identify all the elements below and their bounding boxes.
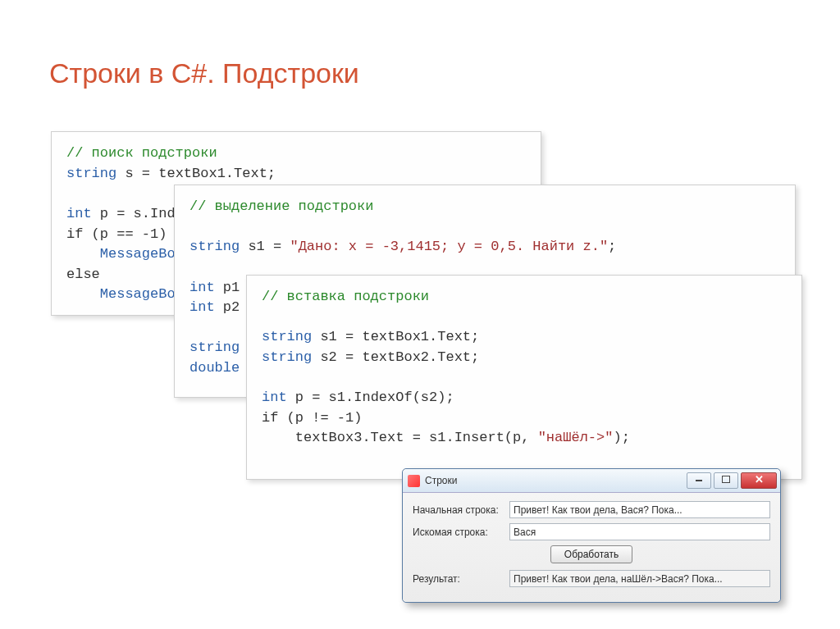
row-search: Искомая строка: xyxy=(413,523,770,540)
code-token: ; xyxy=(608,239,616,254)
code-token: p = s1.IndexOf(s2); xyxy=(287,390,454,405)
code-comment: // вставка подстроки xyxy=(262,289,429,304)
code-token: double xyxy=(189,360,240,376)
code-token xyxy=(66,246,100,262)
row-result: Результат: xyxy=(413,570,770,587)
code-token: int xyxy=(189,299,215,315)
code-comment: // выделение подстроки xyxy=(189,198,373,214)
dialog-window: Строки ✕ Начальная строка: Искомая строк… xyxy=(402,468,781,603)
slide-container: Строки в C#. Подстроки // поиск подстрок… xyxy=(0,0,840,629)
code-token: int xyxy=(262,390,287,405)
label-result: Результат: xyxy=(413,573,509,585)
code-token: "Дано: x = -3,1415; y = 0,5. Найти z." xyxy=(290,239,608,254)
code-token: if (p == -1) xyxy=(66,226,167,242)
code-token xyxy=(66,286,100,302)
code-token: if (p != -1) xyxy=(262,410,362,426)
input-initial[interactable] xyxy=(509,501,770,518)
code-token: int xyxy=(66,206,92,221)
code-token: s1 = xyxy=(240,239,290,254)
dialog-body: Начальная строка: Искомая строка: Обрабо… xyxy=(403,493,780,602)
code-token: s2 = textBox2.Text; xyxy=(312,349,479,365)
label-initial: Начальная строка: xyxy=(413,504,509,516)
code-token: ); xyxy=(613,430,629,445)
close-button[interactable]: ✕ xyxy=(741,472,777,489)
code-token: string xyxy=(189,340,240,355)
maximize-button[interactable] xyxy=(714,472,738,489)
code-comment: // поиск подстроки xyxy=(66,145,217,161)
window-controls: ✕ xyxy=(687,472,780,489)
code-token: string xyxy=(189,239,240,254)
process-button[interactable]: Обработать xyxy=(550,545,632,563)
app-icon xyxy=(408,475,420,487)
row-initial: Начальная строка: xyxy=(413,501,770,518)
code-card-insert: // вставка подстроки string s1 = textBox… xyxy=(246,275,802,480)
code-token: s = textBox1.Text; xyxy=(116,166,276,181)
code-token: p = s.Inde xyxy=(92,206,184,221)
code-token: string xyxy=(262,349,312,365)
code-token: int xyxy=(189,280,215,295)
slide-title: Строки в C#. Подстроки xyxy=(49,57,799,89)
minimize-button[interactable] xyxy=(687,472,711,489)
code-token: MessageBox xyxy=(100,246,184,262)
code-token: textBox3.Text = s1.Insert(p, xyxy=(262,430,538,445)
row-button: Обработать xyxy=(413,545,770,563)
code-token: string xyxy=(66,166,116,181)
code-token: "наШёл->" xyxy=(538,430,614,445)
dialog-titlebar[interactable]: Строки ✕ xyxy=(403,469,780,493)
dialog-title: Строки xyxy=(425,475,457,486)
code-token: MessageBox xyxy=(100,286,184,302)
output-result xyxy=(509,570,770,587)
code-token: else xyxy=(66,267,100,282)
code-token: s1 = textBox1.Text; xyxy=(312,329,479,344)
code-token: string xyxy=(262,329,312,344)
label-search: Искомая строка: xyxy=(413,526,509,538)
input-search[interactable] xyxy=(509,523,770,540)
